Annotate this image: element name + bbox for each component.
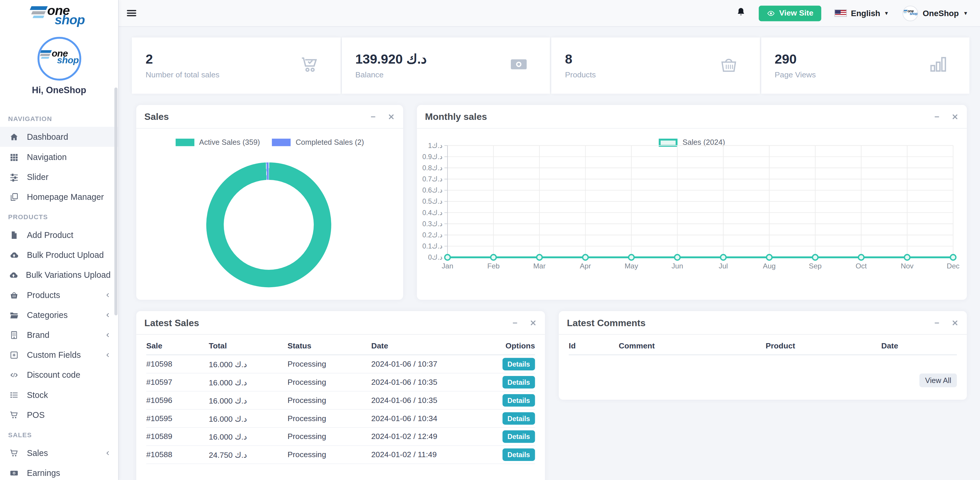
donut-legend: Active Sales (359)Completed Sales (2)	[136, 138, 403, 147]
sidebar-scrollbar[interactable]	[115, 87, 118, 315]
stat-card-number-of-total-sales: 2Number of total sales	[132, 38, 340, 94]
copy-icon	[9, 192, 19, 201]
table-row: #1058916.000 د.كProcessing2024-01-02 / 1…	[146, 428, 535, 446]
sale-date: 2024-01-02 / 12:49	[371, 432, 500, 441]
user-avatar[interactable]: one shop	[37, 37, 81, 81]
sidebar-item-dashboard[interactable]: Dashboard	[0, 127, 118, 147]
panel-title: Latest Comments	[567, 317, 646, 328]
latest-sales-header: Latest Sales	[136, 311, 545, 335]
collapse-icon[interactable]	[511, 319, 519, 326]
stat-card-page-views: 290Page Views	[761, 38, 969, 94]
language-selector[interactable]: English ▼	[835, 8, 889, 18]
svg-text:Oct: Oct	[856, 262, 867, 270]
monthly-line-chart: 0د.ك0.1د.ك0.2د.ك0.3د.ك0.4د.ك0.5د.ك0.6د.ك…	[417, 138, 967, 300]
svg-text:Nov: Nov	[901, 262, 914, 270]
sidebar-item-bulk-product-upload[interactable]: Bulk Product Upload	[0, 245, 118, 265]
money-icon	[9, 468, 19, 477]
panel-title: Sales	[144, 111, 169, 122]
close-icon[interactable]	[529, 319, 537, 326]
close-icon[interactable]	[387, 113, 395, 120]
sidebar-item-custom-fields[interactable]: Custom Fields	[0, 345, 118, 365]
close-icon[interactable]	[951, 113, 959, 120]
sidebar-item-label: Navigation	[27, 152, 111, 162]
logo-stripe	[30, 6, 48, 10]
sidebar-item-stock[interactable]: Stock	[0, 385, 118, 405]
building-icon	[9, 330, 19, 339]
donut-hole	[224, 180, 314, 270]
sales-panel-header: Sales	[136, 105, 403, 128]
stat-card-balance: 139.920 د.كBalance	[342, 38, 550, 94]
sidebar-item-label: Brand	[27, 330, 105, 339]
stat-label: Number of total sales	[146, 71, 220, 79]
folder-open-icon	[9, 310, 19, 319]
sale-date: 2024-01-06 / 10:35	[371, 396, 500, 405]
svg-text:May: May	[625, 262, 638, 270]
sidebar-item-discount-code[interactable]: Discount code	[0, 365, 118, 385]
monthly-panel-header: Monthly sales	[417, 105, 967, 128]
home-icon	[9, 132, 19, 141]
sale-date: 2024-01-02 / 11:49	[371, 450, 500, 459]
panel-title: Latest Sales	[144, 317, 199, 328]
sale-status: Processing	[287, 432, 371, 441]
details-button[interactable]: Details	[502, 431, 535, 443]
close-icon[interactable]	[951, 319, 959, 326]
menu-toggle-icon[interactable]	[127, 8, 136, 18]
sidebar-nav: NAVIGATIONDashboardNavigationSliderHomep…	[0, 109, 118, 480]
view-site-button[interactable]: View Site	[759, 5, 822, 21]
legend-label: Active Sales (359)	[199, 138, 260, 147]
user-menu[interactable]: one shop OneShop ▼	[903, 5, 968, 21]
details-button[interactable]: Details	[502, 394, 535, 407]
svg-text:Jun: Jun	[671, 262, 683, 270]
sidebar-item-navigation[interactable]: Navigation	[0, 147, 118, 167]
sidebar-item-sales[interactable]: Sales	[0, 443, 118, 463]
sidebar-item-add-product[interactable]: Add Product	[0, 225, 118, 245]
notifications-bell-icon[interactable]	[735, 6, 746, 20]
sale-date: 2024-01-06 / 10:35	[371, 378, 500, 387]
sidebar-item-earnings[interactable]: Earnings	[0, 463, 118, 480]
sidebar-item-products[interactable]: Products	[0, 285, 118, 305]
sale-status: Processing	[287, 414, 371, 423]
svg-text:0.1د.ك: 0.1د.ك	[422, 242, 442, 250]
file-icon	[9, 230, 19, 239]
collapse-icon[interactable]	[933, 319, 941, 326]
column-header-date: Date	[881, 342, 957, 350]
sidebar-item-bulk-variations-upload[interactable]: Bulk Variations Upload	[0, 265, 118, 285]
sidebar-item-homepage-manager[interactable]: Homepage Manager	[0, 187, 118, 207]
sidebar-item-categories[interactable]: Categories	[0, 305, 118, 325]
view-all-button[interactable]: View All	[920, 374, 957, 387]
topbar-right: View Site English ▼ one shop OneShop ▼	[735, 5, 980, 21]
column-header-comment: Comment	[619, 342, 766, 350]
sliders-icon	[9, 172, 19, 181]
sale-status: Processing	[287, 360, 371, 369]
sale-status: Processing	[287, 378, 371, 387]
legend-item[interactable]: Active Sales (359)	[175, 138, 260, 147]
user-name-label: OneShop	[923, 8, 959, 18]
stat-label: Page Views	[775, 71, 816, 79]
legend-label: Completed Sales (2)	[296, 138, 364, 147]
nav-section-title: NAVIGATION	[0, 109, 118, 127]
sidebar-item-label: Custom Fields	[27, 350, 105, 360]
us-flag-icon	[835, 10, 847, 17]
sidebar-item-label: Homepage Manager	[27, 192, 111, 201]
sidebar-item-label: Stock	[27, 390, 111, 399]
cart-icon	[9, 448, 19, 458]
grid-icon	[9, 152, 19, 162]
chevron-left-icon	[105, 448, 111, 458]
details-button[interactable]: Details	[502, 358, 535, 371]
sale-id: #10598	[146, 360, 209, 369]
collapse-icon[interactable]	[933, 113, 941, 120]
sidebar-item-label: Discount code	[27, 370, 111, 380]
details-button[interactable]: Details	[502, 412, 535, 425]
dashboard-page: one shop one shop Hi, OneShop NAVIGATION…	[0, 0, 980, 480]
sidebar-item-slider[interactable]: Slider	[0, 167, 118, 187]
svg-text:Apr: Apr	[580, 262, 591, 270]
panel-title: Monthly sales	[425, 111, 487, 122]
legend-item[interactable]: Completed Sales (2)	[272, 138, 364, 147]
column-header-status: Status	[287, 342, 371, 350]
sidebar-item-pos[interactable]: POS	[0, 405, 118, 425]
collapse-icon[interactable]	[369, 113, 377, 120]
details-button[interactable]: Details	[502, 376, 535, 388]
brand-logo[interactable]: one shop	[30, 5, 88, 32]
sidebar-item-brand[interactable]: Brand	[0, 325, 118, 345]
details-button[interactable]: Details	[502, 448, 535, 461]
